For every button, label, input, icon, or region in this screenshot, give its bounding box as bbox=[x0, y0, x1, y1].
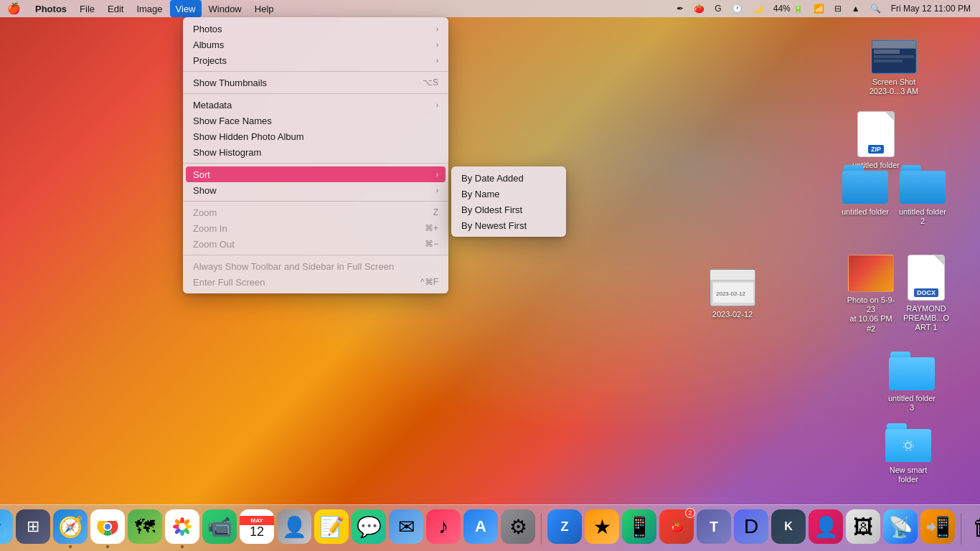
menubar-photos[interactable]: Photos bbox=[29, 0, 72, 17]
dock-item-calendar[interactable]: MAY 12 bbox=[240, 509, 274, 548]
submenu-item-by-name[interactable]: By Name bbox=[451, 186, 566, 202]
dock-item-persona[interactable]: 👤 bbox=[809, 509, 843, 548]
imazing-icon: 📲 bbox=[920, 509, 955, 544]
zip-label: ZIP bbox=[868, 145, 884, 154]
apple-menu[interactable]: 🍎 bbox=[0, 0, 28, 17]
dock-item-safari[interactable]: 🧭 bbox=[53, 509, 88, 548]
arrow-icon: › bbox=[436, 187, 438, 194]
desktop-icon-folder1[interactable]: untitled folder bbox=[837, 165, 894, 217]
folder1-label: untitled folder bbox=[839, 207, 891, 217]
safari-icon: 🧭 bbox=[53, 509, 88, 544]
submenu-item-by-oldest[interactable]: By Oldest First bbox=[451, 202, 566, 217]
menu-item-sort[interactable]: Sort › By Date Added By Name By Oldest F… bbox=[186, 166, 446, 182]
dock-item-appstore[interactable]: A bbox=[463, 509, 498, 548]
dock-item-chrome[interactable] bbox=[90, 509, 125, 548]
calendar-label: 2023-02-12 bbox=[710, 309, 755, 320]
menubar-view[interactable]: View bbox=[170, 0, 202, 17]
menu-item-projects[interactable]: Projects › bbox=[183, 52, 448, 68]
calendar-preview-svg: 2023-02-12 bbox=[710, 270, 755, 306]
dock-item-systemprefs[interactable]: ⚙ bbox=[501, 509, 535, 548]
desktop-icon-docx[interactable]: DOCX RAYMONDPREAMB...O ART 1 bbox=[897, 255, 955, 334]
menu-item-show[interactable]: Show › bbox=[183, 182, 448, 198]
dock-separator bbox=[541, 513, 542, 545]
notes-icon: 📝 bbox=[314, 509, 349, 544]
smart-folder-body bbox=[885, 429, 931, 462]
folder-icon-2 bbox=[900, 165, 946, 204]
desktop-icon-folder3[interactable]: untitled folder 3 bbox=[883, 352, 941, 413]
menubar-help[interactable]: Help bbox=[249, 0, 280, 17]
dock-item-whatsapp[interactable]: 📱 bbox=[622, 509, 656, 548]
svg-rect-2 bbox=[874, 50, 900, 54]
dock-item-discord[interactable]: D bbox=[734, 509, 768, 548]
menu-item-face-names[interactable]: Show Face Names bbox=[183, 113, 448, 128]
menu-item-metadata[interactable]: Metadata › bbox=[183, 97, 448, 113]
arrow-icon: › bbox=[436, 101, 438, 109]
launchpad-icon: ⊞ bbox=[16, 509, 50, 544]
menubar-search-icon[interactable]: 🔍 bbox=[867, 0, 885, 17]
chrome-icon bbox=[90, 509, 125, 544]
arrow-icon: › bbox=[436, 41, 438, 49]
menu-item-thumbnails[interactable]: Show Thumbnails ⌥S bbox=[183, 75, 448, 90]
dock-item-reeder[interactable]: ★ bbox=[585, 509, 619, 548]
dock-item-finder[interactable] bbox=[0, 509, 13, 548]
dock-item-music[interactable]: ♪ bbox=[426, 509, 461, 548]
folder-body bbox=[889, 357, 935, 390]
menu-separator-5 bbox=[183, 255, 448, 255]
dock-item-teams[interactable]: T bbox=[697, 509, 731, 548]
menu-separator-2 bbox=[183, 93, 448, 94]
svg-point-10 bbox=[905, 443, 911, 448]
dock-item-messages[interactable]: 💬 bbox=[352, 509, 386, 548]
record-icon: 🍅 2 bbox=[659, 509, 694, 544]
folder-body bbox=[900, 171, 946, 204]
dock-item-contacts[interactable]: 👤 bbox=[277, 509, 311, 548]
gear-icon bbox=[900, 437, 917, 454]
svg-rect-6 bbox=[710, 270, 755, 280]
menubar-edit[interactable]: Edit bbox=[102, 0, 129, 17]
desktop-icon-screenshot[interactable]: Screen Shot2023-0...3 AM bbox=[865, 39, 923, 97]
discord-icon: D bbox=[734, 509, 768, 544]
dock-dot bbox=[181, 545, 184, 548]
submenu-item-by-date[interactable]: By Date Added bbox=[451, 170, 566, 186]
menu-item-hidden-album[interactable]: Show Hidden Photo Album bbox=[183, 128, 448, 144]
maps-icon: 🗺 bbox=[128, 509, 162, 544]
desktop-icon-folder2[interactable]: untitled folder 2 bbox=[894, 165, 951, 227]
menubar-pen-icon: ✒ bbox=[673, 0, 687, 17]
preview-icon: 🖼 bbox=[846, 509, 880, 544]
dock-item-imazing[interactable]: 📲 bbox=[920, 509, 955, 548]
dock-item-mail[interactable]: ✉ bbox=[389, 509, 423, 548]
desktop-icon-smartfolder[interactable]: New smart folder bbox=[876, 423, 941, 485]
folder-icon-3 bbox=[889, 352, 935, 390]
svg-point-30 bbox=[179, 523, 186, 530]
dock-item-maps[interactable]: 🗺 bbox=[128, 509, 162, 548]
menubar-window[interactable]: Window bbox=[203, 0, 248, 17]
submenu-item-by-newest[interactable]: By Newest First bbox=[451, 217, 566, 233]
dock-item-zoom[interactable]: Z bbox=[547, 509, 582, 548]
dock-item-photos[interactable] bbox=[165, 509, 199, 548]
menu-item-toolbar: Always Show Toolbar and Sidebar in Full … bbox=[183, 258, 448, 274]
svg-rect-3 bbox=[874, 55, 914, 58]
dock-item-facetime[interactable]: 📹 bbox=[202, 509, 237, 548]
menubar-file[interactable]: File bbox=[74, 0, 100, 17]
menu-item-histogram[interactable]: Show Histogram bbox=[183, 144, 448, 160]
dock-item-launchpad[interactable]: ⊞ bbox=[16, 509, 50, 548]
dock-item-klack[interactable]: K bbox=[771, 509, 806, 548]
menu-item-zoom-out: Zoom Out ⌘− bbox=[183, 236, 448, 252]
menubar-datetime: Fri May 12 11:00 PM bbox=[887, 0, 974, 17]
dock-item-preview[interactable]: 🖼 bbox=[846, 509, 880, 548]
dock-item-airdrop[interactable]: 📡 bbox=[883, 509, 918, 548]
battery-percentage: 44% bbox=[773, 4, 791, 14]
menu-item-albums[interactable]: Albums › bbox=[183, 37, 448, 52]
menu-item-zoom: Zoom Z bbox=[183, 204, 448, 220]
desktop-icon-photo[interactable]: Photo on 5-9-23at 10.06 PM #2 bbox=[842, 255, 900, 334]
menu-item-photos[interactable]: Photos › bbox=[183, 21, 448, 37]
dock-dot bbox=[69, 545, 72, 548]
dock-item-record[interactable]: 🍅 2 bbox=[659, 509, 694, 548]
svg-rect-4 bbox=[874, 60, 903, 62]
desktop-icon-calendar[interactable]: 2023-02-12 2023-02-12 bbox=[700, 269, 765, 320]
smartfolder-label: New smart folder bbox=[880, 465, 937, 485]
dock-item-notes[interactable]: 📝 bbox=[314, 509, 349, 548]
dock-item-trash[interactable]: 🗑 bbox=[967, 509, 980, 548]
arrow-icon: › bbox=[436, 25, 438, 33]
menubar-image[interactable]: Image bbox=[131, 0, 168, 17]
docx-label: DOCX bbox=[914, 288, 938, 297]
